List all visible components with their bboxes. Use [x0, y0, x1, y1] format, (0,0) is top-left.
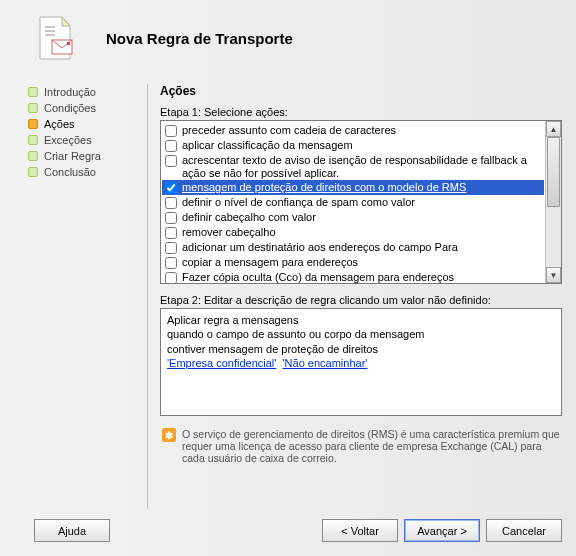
desc-cond-line-a: quando o campo de assunto ou corpo da me… — [167, 327, 555, 341]
action-item[interactable]: aplicar classificação da mensagem — [162, 138, 544, 153]
action-label: mensagem de proteção de direitos com o m… — [182, 181, 466, 194]
action-label: definir o nível de confiança de spam com… — [182, 196, 415, 209]
action-item[interactable]: mensagem de proteção de direitos com o m… — [162, 180, 544, 195]
action-checkbox[interactable] — [165, 140, 177, 152]
action-checkbox[interactable] — [165, 155, 177, 167]
cancel-button[interactable]: Cancelar — [486, 519, 562, 542]
action-item[interactable]: definir cabeçalho com valor — [162, 210, 544, 225]
wizard-title: Nova Regra de Transporte — [106, 30, 293, 47]
scroll-down-button[interactable]: ▼ — [546, 267, 561, 283]
desc-apply-line: Aplicar regra a mensagens — [167, 313, 555, 327]
action-label: preceder assunto com cadeia de caractere… — [182, 124, 396, 137]
nav-step-2[interactable]: Ações — [28, 116, 139, 132]
wizard-steps-sidebar: IntroduçãoCondiçõesAçõesExceçõesCriar Re… — [28, 84, 148, 509]
nav-step-1[interactable]: Condições — [28, 100, 139, 116]
action-checkbox[interactable] — [165, 227, 177, 239]
nav-step-3[interactable]: Exceções — [28, 132, 139, 148]
actions-listbox[interactable]: preceder assunto com cadeia de caractere… — [160, 120, 562, 284]
action-label: Fazer cópia oculta (Cco) da mensagem par… — [182, 271, 454, 283]
action-checkbox[interactable] — [165, 197, 177, 209]
action-checkbox[interactable] — [165, 212, 177, 224]
info-text: O serviço de gerenciamento de direitos (… — [182, 428, 562, 464]
info-icon: ✱ — [162, 428, 176, 442]
action-item[interactable]: preceder assunto com cadeia de caractere… — [162, 123, 544, 138]
step1-label: Etapa 1: Selecione ações: — [160, 106, 562, 118]
action-label: acrescentar texto de aviso de isenção de… — [182, 154, 541, 179]
page-heading: Ações — [160, 84, 562, 98]
nav-step-0[interactable]: Introdução — [28, 84, 139, 100]
action-label: definir cabeçalho com valor — [182, 211, 316, 224]
desc-cond-line-b: contiver mensagem de proteção de direito… — [167, 342, 555, 356]
step-bullet-icon — [28, 135, 38, 145]
wizard-header: Nova Regra de Transporte — [0, 0, 576, 84]
svg-marker-1 — [62, 17, 70, 26]
wizard-footer: Ajuda < Voltar Avançar > Cancelar — [0, 509, 576, 556]
nav-step-4[interactable]: Criar Regra — [28, 148, 139, 164]
back-button[interactable]: < Voltar — [322, 519, 398, 542]
action-checkbox[interactable] — [165, 182, 177, 194]
rms-template-link-1[interactable]: 'Empresa confidencial' — [167, 357, 276, 369]
step-bullet-icon — [28, 151, 38, 161]
action-item[interactable]: acrescentar texto de aviso de isenção de… — [162, 153, 544, 180]
action-checkbox[interactable] — [165, 125, 177, 137]
nav-step-label: Exceções — [44, 134, 92, 146]
nav-step-label: Introdução — [44, 86, 96, 98]
next-button[interactable]: Avançar > — [404, 519, 480, 542]
info-note: ✱ O serviço de gerenciamento de direitos… — [160, 424, 562, 464]
action-checkbox[interactable] — [165, 257, 177, 269]
action-item[interactable]: definir o nível de confiança de spam com… — [162, 195, 544, 210]
step-bullet-icon — [28, 167, 38, 177]
action-item[interactable]: copiar a mensagem para endereços — [162, 255, 544, 270]
action-label: aplicar classificação da mensagem — [182, 139, 353, 152]
actions-scrollbar[interactable]: ▲ ▼ — [545, 121, 561, 283]
action-item[interactable]: adicionar um destinatário aos endereços … — [162, 240, 544, 255]
step-bullet-icon — [28, 87, 38, 97]
svg-rect-3 — [45, 30, 55, 32]
step-bullet-icon — [28, 119, 38, 129]
transport-rule-icon — [30, 14, 78, 62]
nav-step-label: Criar Regra — [44, 150, 101, 162]
help-button[interactable]: Ajuda — [34, 519, 110, 542]
action-checkbox[interactable] — [165, 272, 177, 283]
rule-description-box[interactable]: Aplicar regra a mensagens quando o campo… — [160, 308, 562, 416]
action-label: adicionar um destinatário aos endereços … — [182, 241, 458, 254]
action-label: remover cabeçalho — [182, 226, 276, 239]
svg-rect-2 — [45, 26, 55, 28]
rms-template-link-2[interactable]: 'Não encaminhar' — [283, 357, 368, 369]
nav-step-label: Ações — [44, 118, 75, 130]
scroll-thumb[interactable] — [547, 137, 560, 207]
scroll-up-button[interactable]: ▲ — [546, 121, 561, 137]
step2-label: Etapa 2: Editar a descrição de regra cli… — [160, 294, 562, 306]
action-item[interactable]: Fazer cópia oculta (Cco) da mensagem par… — [162, 270, 544, 283]
action-item[interactable]: remover cabeçalho — [162, 225, 544, 240]
action-label: copiar a mensagem para endereços — [182, 256, 358, 269]
step-bullet-icon — [28, 103, 38, 113]
action-checkbox[interactable] — [165, 242, 177, 254]
main-panel: Ações Etapa 1: Selecione ações: preceder… — [148, 84, 562, 509]
svg-rect-4 — [45, 34, 55, 36]
nav-step-5[interactable]: Conclusão — [28, 164, 139, 180]
svg-rect-6 — [67, 42, 70, 45]
nav-step-label: Conclusão — [44, 166, 96, 178]
wizard-window: Nova Regra de Transporte IntroduçãoCondi… — [0, 0, 576, 556]
nav-step-label: Condições — [44, 102, 96, 114]
